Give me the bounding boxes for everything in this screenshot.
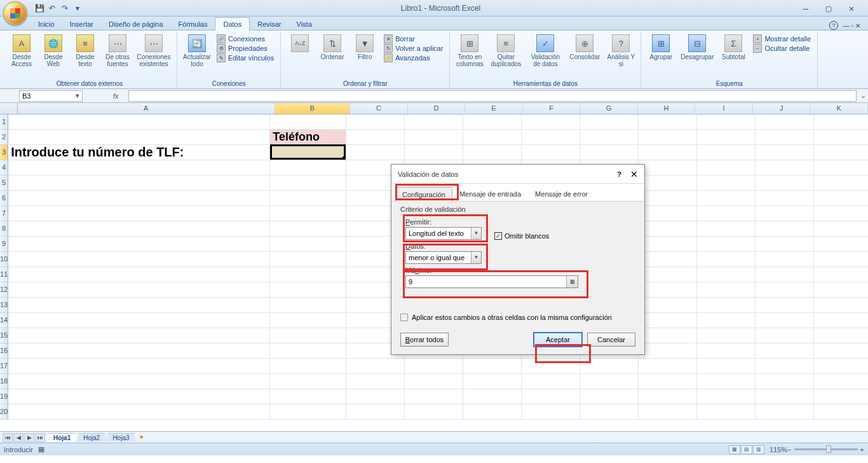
cell[interactable]: [697, 282, 756, 298]
col-header-D[interactable]: D: [408, 103, 466, 114]
cell[interactable]: [463, 359, 522, 374]
cell[interactable]: [580, 145, 639, 160]
col-header-K[interactable]: K: [810, 103, 868, 114]
range-selector-icon[interactable]: ⊞: [566, 276, 578, 287]
cell[interactable]: [8, 282, 270, 298]
zoom-out-icon[interactable]: −: [787, 446, 791, 453]
cell[interactable]: [8, 252, 270, 267]
cell[interactable]: [639, 206, 697, 221]
cell[interactable]: [814, 160, 868, 176]
cell[interactable]: [639, 282, 697, 298]
cell[interactable]: [814, 206, 868, 221]
cell[interactable]: [580, 404, 639, 420]
maximize-button[interactable]: ▢: [821, 3, 836, 13]
dialog-tab-mensaje-entrada[interactable]: Mensaje de entrada: [452, 186, 528, 201]
macro-record-icon[interactable]: ▦: [38, 445, 44, 453]
cancelar-button[interactable]: Cancelar: [587, 333, 635, 347]
row-header-8[interactable]: 8: [0, 221, 8, 237]
sheet-tab-hoja3[interactable]: Hoja3: [105, 433, 136, 442]
desde-texto-button[interactable]: ≡Desde texto: [70, 33, 100, 79]
cell[interactable]: [270, 328, 346, 343]
redo-icon[interactable]: ↷: [59, 3, 71, 14]
zoom-slider[interactable]: [794, 448, 858, 450]
apply-changes-checkbox[interactable]: [400, 314, 408, 321]
sheet-tab-hoja1[interactable]: Hoja1: [46, 433, 78, 442]
cell[interactable]: [405, 389, 463, 404]
cell[interactable]: [270, 191, 346, 206]
ordenar-button[interactable]: ⇅Ordenar: [316, 33, 348, 79]
row-header-18[interactable]: 18: [0, 374, 8, 389]
cell[interactable]: [814, 404, 868, 420]
cell[interactable]: [580, 114, 639, 130]
undo-icon[interactable]: ↶: [46, 3, 58, 14]
cell[interactable]: [270, 359, 346, 374]
cell[interactable]: [346, 359, 405, 374]
cell[interactable]: [8, 389, 270, 404]
cell[interactable]: [639, 114, 697, 130]
cell[interactable]: [580, 374, 639, 389]
cell[interactable]: [8, 221, 270, 237]
col-header-E[interactable]: E: [465, 103, 523, 114]
tab-vista[interactable]: Vista: [289, 18, 320, 30]
propiedades-button[interactable]: ⚙Propiedades: [217, 44, 274, 53]
cell[interactable]: [639, 298, 697, 313]
cell[interactable]: [697, 145, 756, 160]
view-layout-icon[interactable]: ▤: [741, 445, 752, 454]
help-icon[interactable]: ?: [829, 21, 838, 30]
sheet-nav-last[interactable]: ⏭: [35, 433, 45, 442]
cell[interactable]: [270, 114, 346, 130]
cell[interactable]: [639, 130, 697, 145]
cell[interactable]: [522, 374, 580, 389]
cell[interactable]: [580, 359, 639, 374]
cell[interactable]: [697, 114, 756, 130]
cell[interactable]: [522, 145, 580, 160]
permitir-dropdown[interactable]: Longitud del texto ▼: [405, 227, 482, 240]
cell[interactable]: [8, 176, 270, 191]
cell[interactable]: [756, 343, 814, 359]
col-header-F[interactable]: F: [523, 103, 581, 114]
tab-datos[interactable]: Datos: [215, 17, 250, 31]
col-header-I[interactable]: I: [695, 103, 753, 114]
row-header-20[interactable]: 20: [0, 404, 8, 420]
name-box[interactable]: B3 ▾: [19, 90, 83, 102]
conexiones-button[interactable]: 🔗Conexiones: [217, 34, 274, 43]
cell[interactable]: [463, 404, 522, 420]
col-header-B[interactable]: B: [275, 103, 350, 114]
cell[interactable]: [697, 267, 756, 282]
expand-formula-icon[interactable]: ⌄: [858, 92, 868, 100]
cell[interactable]: [270, 206, 346, 221]
validacion-datos-button[interactable]: ✓Validación de datos: [526, 33, 564, 79]
cell[interactable]: [814, 114, 868, 130]
cell[interactable]: [697, 206, 756, 221]
new-sheet-icon[interactable]: ✦: [135, 433, 148, 442]
dialog-tab-mensaje-error[interactable]: Mensaje de error: [528, 186, 595, 201]
cell[interactable]: [346, 145, 405, 160]
cell[interactable]: [639, 267, 697, 282]
cell[interactable]: [522, 389, 580, 404]
cell[interactable]: [814, 359, 868, 374]
cell[interactable]: [522, 114, 580, 130]
cell[interactable]: [697, 191, 756, 206]
cell[interactable]: [756, 374, 814, 389]
cell[interactable]: [270, 389, 346, 404]
cell[interactable]: [8, 359, 270, 374]
cell[interactable]: [697, 374, 756, 389]
cell[interactable]: [814, 389, 868, 404]
cell[interactable]: [639, 343, 697, 359]
cell[interactable]: [405, 145, 463, 160]
cell[interactable]: [639, 328, 697, 343]
sheet-nav-next[interactable]: ▶: [24, 433, 34, 442]
filtro-button[interactable]: ▼Filtro: [349, 33, 380, 79]
cell[interactable]: [697, 313, 756, 328]
cell[interactable]: [270, 282, 346, 298]
chevron-down-icon[interactable]: ▼: [471, 252, 481, 263]
cell[interactable]: [697, 359, 756, 374]
ocultar-detalle-button[interactable]: −Ocultar detalle: [753, 44, 811, 53]
cell[interactable]: [8, 237, 270, 252]
sheet-nav-prev[interactable]: ◀: [13, 433, 24, 442]
cell[interactable]: [697, 389, 756, 404]
tab-insertar[interactable]: Insertar: [62, 18, 101, 30]
cell[interactable]: [270, 267, 346, 282]
cell[interactable]: [756, 114, 814, 130]
col-header-A[interactable]: A: [18, 103, 275, 114]
